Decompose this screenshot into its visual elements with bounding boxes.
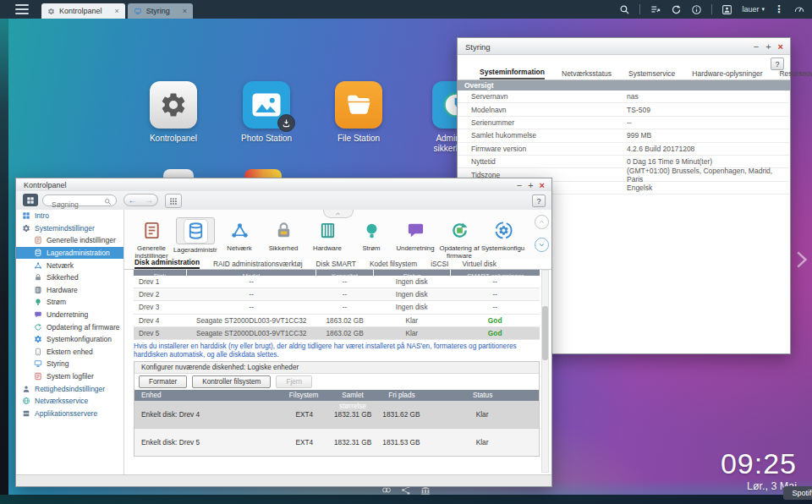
sidebar-item-sikkerhed[interactable]: Sikkerhed (16, 271, 123, 284)
dashboard-icon[interactable] (793, 3, 805, 15)
gear-icon (47, 8, 55, 15)
view-grid-button[interactable] (165, 194, 182, 208)
tab-disk-smart[interactable]: Disk SMART (316, 260, 356, 269)
disk-row[interactable]: Drev 2----Ingen disk-- (134, 288, 540, 301)
ribbon-item-stroem[interactable]: Strøm (349, 217, 393, 262)
desktop-icon-photo-station[interactable]: Photo Station (231, 81, 302, 144)
desktop-icon-label: Kontrolpanel (138, 134, 209, 144)
help-button[interactable]: ? (532, 194, 546, 207)
ribbon-item-generelle-indstillinger[interactable]: Generelle indstillinger (129, 217, 173, 262)
more-options-icon[interactable]: ⋮ (774, 3, 784, 15)
disk-row[interactable]: Drev 3----Ingen disk-- (134, 301, 540, 314)
sidebar-item-netvaerk[interactable]: Netværk (16, 259, 123, 271)
sidebar-item-intro[interactable]: Intro (16, 210, 123, 222)
gear-icon (22, 224, 30, 233)
next-desktop-arrow[interactable] (790, 245, 812, 274)
background-tasks-icon[interactable] (650, 3, 661, 15)
close-tab-icon[interactable]: × (115, 7, 119, 15)
photo-station-tile (243, 81, 290, 129)
sidebar-item-styring[interactable]: Styring (16, 358, 123, 370)
disk-row[interactable]: Drev 4Seagate ST2000DL003-9VT1CC321863.0… (134, 315, 540, 327)
ribbon-item-lageradministration[interactable]: Lageradministr... (173, 217, 217, 262)
sidebar-item-ekstern-enhed[interactable]: Ekstern enhed (16, 346, 123, 359)
tab-netvaerksstatus[interactable]: Netværksstatus (562, 69, 612, 79)
sidebar-item-hardware[interactable]: Hardware (16, 284, 123, 297)
ribbon-item-opdatering-af-firmware[interactable]: Opdatering af firmware (437, 217, 481, 262)
maximize-icon[interactable]: + (765, 41, 771, 51)
topbar: Kontrolpanel × Styring × lauer ▾ ⋮ (0, 0, 812, 19)
kontrolpanel-sidebar: Intro Systemindstillinger Generelle inds… (16, 210, 124, 475)
external-device-icon[interactable] (671, 4, 682, 15)
kontrolpanel-titlebar[interactable]: Kontrolpanel − + × (16, 178, 551, 192)
ribbon-item-systemkonfiguration[interactable]: Systemkonfigu... (481, 217, 525, 262)
desktop-icon-file-station[interactable]: File Station (323, 81, 394, 144)
disk-row[interactable]: Drev 1----Ingen disk-- (134, 276, 540, 288)
tab-iscsi[interactable]: iSCSI (431, 260, 448, 269)
tab-raid-administrationsvaerktoej[interactable]: RAID administrationsværktøj (213, 260, 303, 269)
tab-kodet-filsystem[interactable]: Kodet filsystem (370, 260, 417, 269)
sidebar-item-stroem[interactable]: Strøm (16, 296, 123, 309)
window-controls: − + × (517, 180, 545, 189)
check-filesystem-button[interactable]: Kontroller filsystem (192, 375, 271, 388)
tab-systemservice[interactable]: Systemservice (628, 69, 675, 79)
minimize-icon[interactable]: − (754, 41, 759, 51)
spotify-pill[interactable]: Spotify (783, 486, 812, 500)
topbar-tab-styring[interactable]: Styring × (128, 3, 193, 19)
sidebar-item-applikationsservere[interactable]: Applikationsservere (16, 408, 123, 420)
tab-disk-administration[interactable]: Disk administration (134, 258, 200, 269)
sidebar-item-generelle-indstillinger[interactable]: Generelle indstillinger (16, 234, 123, 247)
back-button[interactable]: ← (123, 194, 141, 206)
bottom-taskbar-strip (0, 495, 812, 504)
left-edge-strip (0, 0, 8, 504)
desktop-icon-label: Photo Station (231, 134, 302, 144)
sidebar-item-systemindstillinger[interactable]: Systemindstillinger (16, 222, 123, 235)
ribbon-item-underretning[interactable]: Underretning (393, 217, 437, 262)
tab-hardware-oplysninger[interactable]: Hardware-oplysninger (692, 69, 762, 79)
sidebar-item-system-logfiler[interactable]: System logfiler (16, 370, 123, 383)
styring-tabs: Systeminformation Netværksstatus Systems… (458, 68, 790, 80)
desktop-icon-kontrolpanel[interactable]: Kontrolpanel (138, 81, 209, 144)
info-icon[interactable] (691, 4, 702, 15)
user-profile-icon[interactable] (721, 4, 732, 15)
photo-icon (251, 92, 282, 118)
format-button[interactable]: Formater (139, 375, 187, 388)
forward-button[interactable]: → (140, 194, 158, 206)
power-icon (34, 298, 42, 306)
ribbon-item-sikkerhed[interactable]: Sikkerhed (261, 217, 305, 262)
close-icon[interactable]: × (778, 41, 783, 51)
user-menu[interactable]: lauer ▾ (742, 5, 765, 14)
tab-resurseovervaager[interactable]: Resurseovervåger (779, 69, 812, 79)
ribbon-scroll-up-button[interactable] (535, 215, 549, 229)
scrollbar-thumb[interactable] (542, 306, 548, 360)
remove-button[interactable]: Fjern (276, 375, 312, 388)
ribbon-item-hardware[interactable]: Hardware (305, 217, 349, 262)
main-menu-icon[interactable] (15, 4, 29, 14)
search-icon[interactable] (619, 4, 630, 15)
tab-systeminformation[interactable]: Systeminformation (480, 68, 545, 79)
styring-titlebar[interactable]: Styring − + × (458, 38, 790, 55)
topbar-tab-kontrolpanel[interactable]: Kontrolpanel × (41, 3, 125, 19)
sidebar-item-systemkonfiguration[interactable]: Systemkonfiguration (16, 333, 123, 346)
sidebar-item-opdatering-af-firmware[interactable]: Opdatering af firmware (16, 320, 123, 333)
ribbon-scroll-down-button[interactable] (535, 238, 549, 252)
refresh-icon (34, 323, 42, 331)
sidebar-toggle-button[interactable] (23, 194, 38, 206)
sidebar-item-underretning[interactable]: Underretning (16, 309, 123, 321)
volume-row[interactable]: Enkelt disk: Drev 5EXT41832.31 GB1831.53… (134, 429, 539, 456)
sidebar-item-rettighedsindstillinger[interactable]: Rettighedsindstillinger (16, 382, 123, 395)
chevron-down-icon (538, 241, 546, 249)
tab-virtuel-disk[interactable]: Virtuel disk (462, 260, 496, 269)
content-scrollbar[interactable] (541, 270, 549, 473)
sidebar-item-netvaerksservice[interactable]: Netværksservice (16, 395, 123, 408)
minimize-icon[interactable]: − (517, 180, 522, 189)
close-icon[interactable]: × (540, 180, 545, 189)
close-tab-icon[interactable]: × (183, 7, 187, 15)
disk-row-selected[interactable]: Drev 5Seagate ST2000DL003-9VT1CC321863.0… (134, 327, 540, 340)
maximize-icon[interactable]: + (528, 180, 533, 189)
search-input[interactable] (50, 199, 109, 211)
sidebar-item-lageradministration[interactable]: Lageradministration (16, 247, 123, 260)
hardware-icon (318, 221, 337, 240)
volume-row-selected[interactable]: Enkelt disk: Drev 4EXT41832.31 GB1831.62… (134, 401, 539, 429)
ribbon-item-netvaerk[interactable]: Netværk (217, 217, 261, 262)
screen: { "icons": { "minimize": "−", "maximize"… (0, 0, 812, 504)
